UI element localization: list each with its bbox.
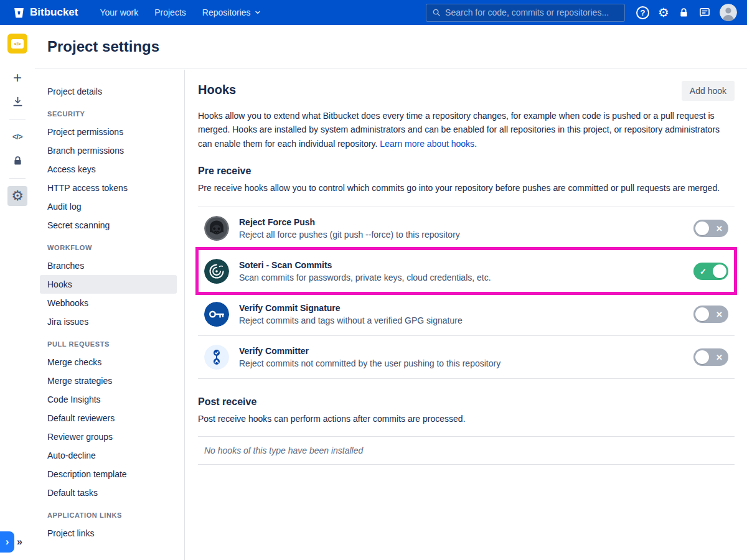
pre-receive-heading: Pre receive [198, 166, 735, 177]
user-avatar[interactable] [720, 4, 737, 21]
hook-info: Verify Commit Signature Reject commits a… [239, 303, 463, 325]
search-input[interactable] [445, 7, 619, 17]
rail-lock-icon[interactable] [7, 151, 27, 170]
expand-sidebar-button[interactable]: › [0, 531, 14, 553]
sidebar-item-project-details[interactable]: Project details [40, 82, 177, 101]
page-header: Project settings [35, 25, 747, 69]
bitbucket-logo[interactable]: Bitbucket [12, 6, 78, 19]
hook-description: Scan commits for passwords, private keys… [239, 273, 491, 282]
sidebar-item-secret-scanning[interactable]: Secret scanning [40, 216, 177, 235]
hook-row-soteri-scan-commits: Soteri - Scan Commits Scan commits for p… [198, 250, 735, 292]
feedback-icon[interactable] [698, 6, 711, 19]
sidebar-item-access-keys[interactable]: Access keys [40, 160, 177, 179]
sidebar-item-reviewer-groups[interactable]: Reviewer groups [40, 427, 177, 446]
hook-toggle-soteri-scan-commits[interactable]: ✓ [693, 263, 728, 280]
post-receive-description: Post receive hooks can perform actions a… [198, 413, 733, 426]
hook-name: Verify Commit Signature [239, 303, 463, 313]
pre-receive-hook-list: Reject Force Push Reject all force pushe… [198, 207, 735, 379]
hooks-intro: Hooks allow you to extend what Bitbucket… [198, 109, 735, 151]
global-search[interactable] [426, 4, 625, 22]
sidebar-item-http-access-tokens[interactable]: HTTP access tokens [40, 179, 177, 197]
sidebar-item-code-insights[interactable]: Code Insights [40, 390, 177, 409]
hook-row-verify-commit-signature: Verify Commit Signature Reject commits a… [198, 292, 735, 335]
hook-name: Verify Committer [239, 346, 500, 356]
settings-sidebar: Project details SECURITY Project permiss… [35, 70, 185, 560]
clone-download-icon[interactable] [7, 91, 27, 111]
sidebar-item-branches[interactable]: Branches [40, 256, 177, 275]
sidebar-item-hooks[interactable]: Hooks [40, 275, 177, 294]
app-icon-rail: </> + </> ⚙ › » [0, 25, 35, 560]
hook-name: Reject Force Push [239, 217, 460, 227]
avatar-person-icon [720, 4, 737, 21]
create-button[interactable]: + [7, 68, 27, 88]
sidebar-item-merge-strategies[interactable]: Merge strategies [40, 371, 177, 390]
toggle-off-x-icon: ✕ [716, 352, 723, 362]
project-code-icon: </> [11, 39, 24, 49]
hook-description: Reject commits not committed by the user… [239, 358, 500, 368]
hook-toggle-verify-committer[interactable]: ✕ [693, 348, 728, 366]
sidebar-item-audit-log[interactable]: Audit log [40, 197, 177, 216]
vader-avatar-icon [204, 216, 229, 241]
hooks-title: Hooks [198, 81, 236, 97]
double-chevron-icon[interactable]: » [17, 536, 22, 548]
nav-repositories[interactable]: Repositories [202, 7, 261, 17]
navbar-icon-group: ? ⚙ [636, 4, 737, 21]
project-avatar[interactable]: </> [7, 34, 27, 54]
toggle-knob [695, 307, 709, 321]
hook-description: Reject all force pushes (git push --forc… [239, 230, 460, 240]
hook-info: Verify Committer Reject commits not comm… [239, 346, 500, 368]
hook-description: Reject commits and tags without a verifi… [239, 315, 463, 325]
hook-name: Soteri - Scan Commits [239, 260, 491, 270]
nav-projects[interactable]: Projects [154, 7, 186, 17]
sidebar-item-default-reviewers[interactable]: Default reviewers [40, 409, 177, 427]
sidebar-expand-control: › » [0, 531, 22, 553]
intro-suffix: . [474, 139, 477, 149]
sidebar-item-auto-decline[interactable]: Auto-decline [40, 446, 177, 465]
brand-label: Bitbucket [30, 6, 78, 19]
post-receive-empty-message: No hooks of this type have been installe… [198, 436, 735, 465]
hook-info: Reject Force Push Reject all force pushe… [239, 217, 460, 240]
nav-your-work[interactable]: Your work [100, 7, 138, 17]
toggle-off-x-icon: ✕ [716, 223, 723, 233]
sidebar-item-default-tasks[interactable]: Default tasks [40, 483, 177, 502]
hook-row-verify-committer: Verify Committer Reject commits not comm… [198, 335, 735, 379]
committer-avatar-icon [204, 345, 229, 370]
toggle-off-x-icon: ✕ [716, 309, 723, 319]
learn-more-link[interactable]: Learn more about hooks [380, 139, 474, 149]
hook-info: Soteri - Scan Commits Scan commits for p… [239, 260, 491, 282]
hook-toggle-reject-force-push[interactable]: ✕ [693, 220, 728, 237]
search-icon [432, 8, 441, 17]
lock-icon[interactable] [678, 7, 690, 19]
toggle-knob [695, 350, 709, 364]
bitbucket-project-settings-page: Bitbucket Your work Projects Repositorie… [0, 0, 747, 560]
sidebar-heading-pull-requests: PULL REQUESTS [40, 340, 177, 348]
hook-row-reject-force-push: Reject Force Push Reject all force pushe… [198, 207, 735, 250]
source-code-icon[interactable]: </> [7, 127, 27, 147]
toggle-knob [713, 264, 726, 278]
sidebar-item-project-links[interactable]: Project links [40, 524, 177, 543]
admin-gear-icon[interactable]: ⚙ [658, 6, 669, 19]
sidebar-item-merge-checks[interactable]: Merge checks [40, 353, 177, 371]
rail-divider [9, 119, 26, 119]
sidebar-item-jira-issues[interactable]: Jira issues [40, 312, 177, 331]
post-receive-heading: Post receive [198, 396, 735, 408]
help-icon[interactable]: ? [636, 6, 649, 19]
sidebar-item-branch-permissions[interactable]: Branch permissions [40, 141, 177, 160]
page-title: Project settings [47, 38, 159, 55]
key-avatar-icon [204, 302, 229, 327]
sidebar-item-project-permissions[interactable]: Project permissions [40, 123, 177, 141]
chevron-down-icon [254, 9, 261, 16]
project-settings-gear-icon[interactable]: ⚙ [7, 186, 27, 206]
sidebar-heading-workflow: WORKFLOW [40, 244, 177, 251]
post-receive-section: Post receive Post receive hooks can perf… [198, 396, 735, 465]
bitbucket-bucket-icon [12, 6, 26, 19]
top-navbar: Bitbucket Your work Projects Repositorie… [0, 0, 747, 25]
pre-receive-description: Pre receive hooks allow you to control w… [198, 182, 733, 195]
soteri-avatar-icon [204, 259, 229, 284]
sidebar-item-webhooks[interactable]: Webhooks [40, 294, 177, 312]
add-hook-button[interactable]: Add hook [682, 81, 735, 101]
sidebar-heading-application-links: APPLICATION LINKS [40, 511, 177, 519]
hook-toggle-verify-commit-signature[interactable]: ✕ [693, 306, 728, 323]
sidebar-item-description-template[interactable]: Description template [40, 465, 177, 483]
toggle-knob [695, 222, 709, 235]
